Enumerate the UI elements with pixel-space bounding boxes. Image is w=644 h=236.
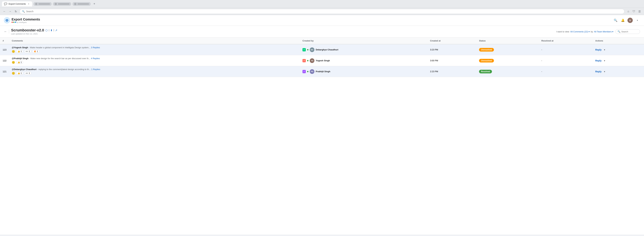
figma-icon: F [302, 70, 306, 73]
reaction-button[interactable]: 👍 1 [16, 50, 23, 53]
col-header-num: # [0, 37, 9, 44]
table-row: 121 @Debarghyo Chaudhuri - replying to t… [0, 66, 644, 77]
bookmark-button[interactable]: ☆ [626, 9, 631, 14]
emoji-add-button[interactable]: 🙂 [12, 61, 15, 64]
tab-placeholder-3[interactable] [72, 2, 91, 6]
replies-link[interactable]: 3 Replies [91, 46, 100, 49]
actions-cell: Reply ▾ [592, 55, 644, 66]
resolved-at-cell: - [539, 66, 593, 77]
url-bar[interactable]: 🔍 [20, 9, 624, 14]
expand-button[interactable]: ▾ [603, 70, 606, 73]
created-by-cell: F DC Debarghyo Chaudhuri [300, 44, 428, 55]
active-tab[interactable]: 💬 Export Comments × [2, 1, 32, 6]
comment-text: @Yogesh Singh - Make header a global com… [12, 46, 297, 49]
tab-dot-2 [54, 3, 57, 5]
reply-button[interactable]: Reply [595, 70, 602, 73]
comment-content: @Debarghyo Chaudhuri - replying to the c… [12, 68, 297, 75]
browser-action-buttons: ☆ 🛡 ☰ [626, 9, 642, 14]
comment-content-cell: @Debarghyo Chaudhuri - replying to the c… [9, 66, 300, 77]
header-bell-button[interactable]: 🔔 [620, 18, 626, 23]
emoji-add-button[interactable]: 🙂 [12, 50, 15, 53]
resolved-at: - [542, 59, 542, 62]
refresh-button[interactable]: ↻ [13, 9, 18, 14]
online-indicator [307, 60, 308, 61]
created-at-cell: 2:23 PM [428, 66, 476, 77]
project-share-button[interactable]: ↗ [55, 29, 57, 32]
address-bar: ← → ↻ 🔍 ☆ 🛡 ☰ [0, 8, 644, 15]
project-external-link-button[interactable]: ⬡ [45, 29, 48, 32]
reaction-button[interactable]: 👀 1 [24, 72, 31, 75]
created-by: F YS Yogesh Singh [302, 58, 425, 63]
actions-group: Reply ▾ [595, 48, 641, 52]
url-input[interactable] [26, 10, 622, 13]
comment-content: @Prabhjit Singh - Make new design for th… [12, 57, 297, 64]
reaction-button[interactable]: 👀 1 [24, 50, 31, 53]
col-header-comments: Comments [9, 37, 300, 44]
reaction-button[interactable]: 🔥 1 [32, 50, 40, 53]
created-at: 3:23 PM [430, 48, 438, 51]
row-number: 123 [0, 44, 9, 55]
reply-button[interactable]: Reply [595, 59, 602, 62]
all-comments-dropdown[interactable]: All Comments (22) ▾ [570, 30, 590, 33]
project-name: Scrumbooster-v2.0 ⬡ | ⬇ | ↗ [11, 28, 57, 32]
expand-button[interactable]: ▾ [603, 48, 606, 52]
dot-blue [15, 22, 16, 23]
dropdown-arrow-team: ▾ [612, 30, 614, 33]
menu-button[interactable]: ☰ [637, 9, 642, 14]
table-body: 123 @Yogesh Singh - Make header a global… [0, 44, 644, 77]
figma-icon: F [302, 48, 306, 51]
dot-green [13, 22, 14, 23]
tab-dot-3 [74, 3, 76, 5]
expand-button[interactable]: ▾ [603, 59, 606, 63]
created-by-cell: F PS Prabhjit Singh [300, 66, 428, 77]
avatar-initials: PS [311, 71, 314, 73]
new-tab-button[interactable]: + [92, 2, 97, 6]
extension-logo: Export Comments by intelligaia [4, 17, 40, 23]
reply-button[interactable]: Reply [595, 48, 602, 51]
created-at: 3:00 PM [430, 59, 438, 62]
resolved-at-cell: - [539, 44, 593, 55]
browser-tab-bar: 💬 Export Comments × + [0, 0, 644, 8]
replies-link[interactable]: 4 Replies [91, 57, 100, 60]
forward-button[interactable]: → [8, 9, 12, 14]
divider-pipe-1: | [49, 29, 49, 32]
back-button[interactable]: ← [4, 30, 7, 33]
created-by-cell: F YS Yogesh Singh [300, 55, 428, 66]
project-download-button[interactable]: ⬇ [50, 29, 52, 32]
team-members-dropdown[interactable]: All Team Members ▾ [594, 30, 614, 33]
header-search-button[interactable]: 🔍 [613, 18, 618, 23]
back-button[interactable]: ← [2, 9, 7, 14]
online-indicator [307, 71, 308, 72]
avatar-initials: YS [311, 60, 314, 62]
extension-header: Export Comments by intelligaia 🔍 🔔 U ▾ [0, 15, 644, 26]
shield-button[interactable]: 🛡 [632, 9, 636, 14]
status-badge: Unresolved [479, 48, 494, 51]
filter-group: I want to view All Comments (22) ▾ by Al… [556, 30, 614, 33]
status-cell: Unresolved [476, 55, 538, 66]
tab-placeholder-2[interactable] [53, 2, 71, 6]
reaction-button[interactable]: 👍 1 [16, 72, 23, 75]
comment-body: - Make new design for the search bar as … [29, 57, 91, 60]
extension-logo-text: Export Comments by intelligaia [12, 17, 40, 23]
created-at: 2:23 PM [430, 70, 438, 73]
avatar[interactable]: U [628, 18, 633, 23]
comment-mention: @Yogesh Singh [12, 46, 28, 49]
reactions-group: 🙂👍 1 [12, 61, 297, 64]
tab-placeholder-1[interactable] [34, 2, 52, 6]
resolved-at: - [542, 70, 542, 73]
avatar-initials: DC [311, 49, 314, 51]
comments-search-box[interactable]: 🔍 [615, 29, 640, 34]
comment-content: @Yogesh Singh - Make header a global com… [12, 46, 297, 53]
comments-search-input[interactable] [621, 30, 638, 33]
reaction-button[interactable]: 👍 1 [16, 61, 23, 64]
tab-icon: 💬 [4, 2, 7, 5]
avatar-dropdown-button[interactable]: ▾ [635, 18, 640, 23]
col-header-resolved-at: Resolved at [539, 37, 593, 44]
status-cell: Unresolved [476, 44, 538, 55]
replies-link[interactable]: 1 Replies [91, 68, 100, 71]
user-avatar: DC [310, 47, 314, 52]
col-header-created-by: Created by [300, 37, 428, 44]
table-header-row: # Comments Created by Created at Status … [0, 37, 644, 44]
tab-close-button[interactable]: × [27, 2, 30, 5]
emoji-add-button[interactable]: 🙂 [12, 72, 15, 75]
